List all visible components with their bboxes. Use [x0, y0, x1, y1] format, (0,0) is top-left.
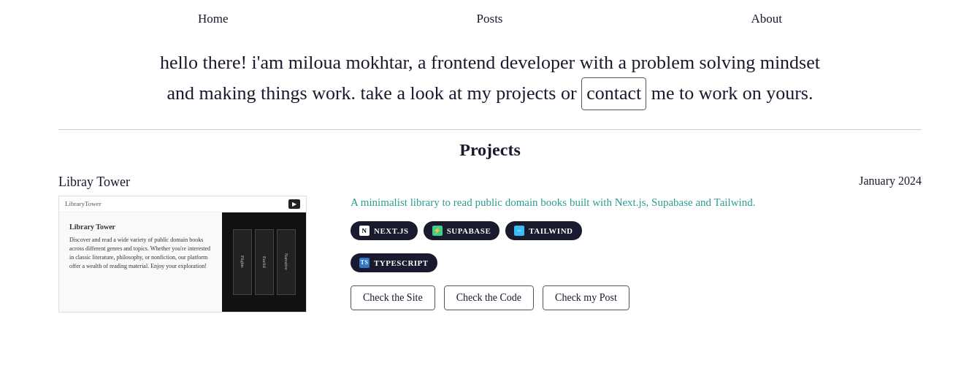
- projects-section: Projects Libray Tower LibraryTower ▶ Lib…: [0, 130, 980, 312]
- nav-home[interactable]: Home: [198, 12, 229, 26]
- contact-link[interactable]: contact: [581, 77, 646, 110]
- tag-nextjs: N NEXT.JS: [351, 221, 418, 240]
- check-code-button[interactable]: Check the Code: [444, 285, 534, 310]
- book-2: Euclid: [255, 229, 274, 295]
- tech-tags-row2: TS TYPESCRIPT: [351, 253, 922, 272]
- tag-tailwind: ~ TAILWIND: [505, 221, 581, 240]
- preview-box: LibraryTower ▶ Library Tower Discover an…: [58, 196, 307, 312]
- tag-supabase: ⚡ SUPABASE: [424, 221, 500, 240]
- preview-description: Discover and read a wide variety of publ…: [69, 236, 212, 271]
- preview-logo: LibraryTower: [65, 200, 102, 207]
- tailwind-label: TAILWIND: [529, 226, 573, 235]
- project-name: Libray Tower: [58, 174, 307, 190]
- nav-about[interactable]: About: [751, 12, 782, 26]
- tailwind-icon: ~: [514, 226, 524, 236]
- preview-btn: ▶: [288, 199, 300, 209]
- hero-text-after2: me to work on yours.: [651, 83, 814, 104]
- check-post-button[interactable]: Check my Post: [543, 285, 629, 310]
- supabase-label: SUPABASE: [447, 226, 491, 235]
- project-description: A minimalist library to read public doma…: [351, 193, 922, 211]
- check-site-button[interactable]: Check the Site: [351, 285, 435, 310]
- project-links: Check the Site Check the Code Check my P…: [351, 285, 922, 310]
- supabase-icon: ⚡: [432, 226, 443, 236]
- nextjs-label: NEXT.JS: [374, 226, 409, 235]
- typescript-icon: TS: [359, 258, 370, 268]
- projects-title: Projects: [58, 140, 922, 160]
- hero-section: hello there! i'am miloua mokhtar, a fron…: [0, 35, 980, 125]
- project-preview: Libray Tower LibraryTower ▶ Library Towe…: [58, 174, 307, 312]
- typescript-label: TYPESCRIPT: [374, 258, 429, 267]
- tag-typescript: TS TYPESCRIPT: [351, 253, 437, 272]
- preview-tagline: Library Tower: [69, 221, 212, 232]
- book-1: Flights: [233, 229, 252, 295]
- preview-content: Library Tower Discover and read a wide v…: [59, 212, 306, 312]
- preview-left: Library Tower Discover and read a wide v…: [59, 212, 222, 312]
- preview-header: LibraryTower ▶: [59, 196, 306, 212]
- project-card: Libray Tower LibraryTower ▶ Library Towe…: [58, 174, 922, 312]
- book-2-label: Euclid: [262, 256, 267, 268]
- project-info: January 2024 A minimalist library to rea…: [351, 174, 922, 312]
- project-date: January 2024: [351, 174, 922, 188]
- preview-right: Flights Euclid Narrative: [222, 212, 306, 312]
- project-description-text: A minimalist library to read public doma…: [351, 196, 755, 208]
- book-3-label: Narrative: [284, 253, 288, 270]
- nav-posts[interactable]: Posts: [477, 12, 503, 26]
- main-nav: Home Posts About: [0, 0, 980, 35]
- tech-tags: N NEXT.JS ⚡ SUPABASE ~ TAILWIND: [351, 221, 922, 240]
- book-1-label: Flights: [240, 256, 245, 268]
- nextjs-icon: N: [359, 226, 370, 236]
- book-3: Narrative: [277, 229, 296, 295]
